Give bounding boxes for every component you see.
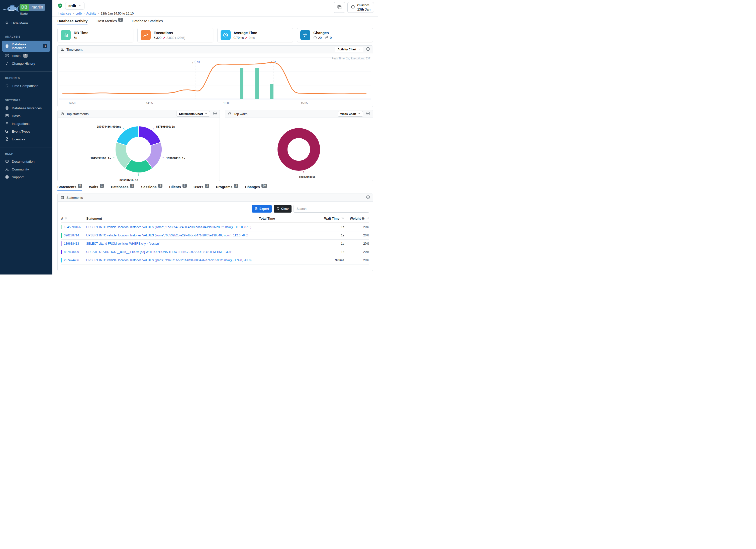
column-header-id[interactable]: # xyxy=(61,217,86,220)
sidebar-section-help: HELPDocumentationCommunitySupport xyxy=(0,147,52,185)
metric-card-changes[interactable]: Changes200 xyxy=(297,28,373,42)
statements-chart-selector[interactable]: Statements Chart xyxy=(176,111,210,117)
change-marker-icon[interactable]: ⇄ xyxy=(192,60,195,64)
sidebar-item-licences[interactable]: Licences xyxy=(2,135,50,143)
breadcrumb-item[interactable]: Instances xyxy=(58,12,71,15)
metric-card-executions[interactable]: Executions6,320↗2,830 (123%) xyxy=(137,28,213,42)
column-header-weight[interactable]: Weight % xyxy=(344,217,369,220)
activity-chart-selector-label: Activity Chart xyxy=(337,48,356,51)
app-root: DB marlin Starter Hide Menu ANALYSISData… xyxy=(0,0,378,275)
sidebar-item-documentation[interactable]: Documentation xyxy=(2,158,50,165)
sidebar-item-event-types[interactable]: Event Types xyxy=(2,128,50,135)
detail-tab-programs[interactable]: Programs2 xyxy=(216,185,238,191)
tab-host-metrics[interactable]: Host Metrics0 xyxy=(97,19,123,25)
sidebar-item-time-comparison[interactable]: Time Comparison xyxy=(2,82,50,89)
detail-tab-statements[interactable]: Statements5 xyxy=(57,185,82,191)
waits-chart-selector[interactable]: Waits Chart xyxy=(338,111,363,117)
collapse-time-spent-button[interactable] xyxy=(366,47,370,52)
statement-id-link[interactable]: 887898099 xyxy=(64,250,79,254)
detail-tab-clients[interactable]: Clients2 xyxy=(169,185,187,191)
time-range-button[interactable]: Custom 13th Jan xyxy=(347,2,374,13)
metric-delta: 2,830 (123%) xyxy=(166,36,185,40)
weight-value: 20% xyxy=(344,242,369,245)
weight-value: 20% xyxy=(344,258,369,262)
executions-bar[interactable] xyxy=(255,68,259,99)
top-statements-donut-chart[interactable]: 887898099: 1s139638413: 1s326238714: 1s1… xyxy=(61,118,216,181)
search-input[interactable] xyxy=(294,205,369,213)
tab-database-activity[interactable]: Database Activity xyxy=(57,19,87,25)
statement-id-link[interactable]: 326238714 xyxy=(64,234,79,237)
sidebar-section-title: SETTINGS xyxy=(0,95,52,104)
metric-card-average-time[interactable]: Average Time0.79ms↗0ms xyxy=(217,28,293,42)
detail-tab-changes[interactable]: Changes20 xyxy=(245,185,267,191)
calendar-icon xyxy=(325,36,329,40)
donut-slice[interactable] xyxy=(282,133,315,166)
statement-color-chip xyxy=(61,250,62,254)
donut-slice[interactable] xyxy=(116,126,138,146)
sidebar-item-label: Database Instances xyxy=(12,106,42,110)
statement-text-link[interactable]: UPSERT INTO vehicle_location_histories V… xyxy=(86,258,259,262)
sidebar-item-change-history[interactable]: Change History xyxy=(2,60,50,67)
sidebar-item-label: Database Instances xyxy=(12,42,40,50)
sidebar-item-community[interactable]: Community xyxy=(2,165,50,173)
column-header-statement[interactable]: Statement xyxy=(86,217,259,220)
detail-tab-waits[interactable]: Waits1 xyxy=(89,185,104,191)
statement-color-chip xyxy=(61,258,62,262)
sidebar-item-integrations[interactable]: Integrations xyxy=(2,120,50,127)
instance-selector[interactable]: crdb xyxy=(65,2,84,10)
sidebar-item-hosts[interactable]: Hosts0 xyxy=(2,52,50,59)
breadcrumb-separator: › xyxy=(73,12,74,15)
column-header-total-time[interactable]: Total Time xyxy=(259,217,294,220)
clock-icon xyxy=(223,32,228,38)
statement-id-link[interactable]: 139638413 xyxy=(64,242,79,245)
donut-slice[interactable] xyxy=(139,126,161,146)
sidebar-section-title: REPORTS xyxy=(0,72,52,82)
hide-menu-button[interactable]: Hide Menu xyxy=(0,17,52,30)
db-time-line[interactable] xyxy=(63,62,366,93)
collapse-top-waits-button[interactable] xyxy=(366,111,370,116)
clear-button[interactable]: Clear xyxy=(274,205,292,213)
sidebar-item-badge: 0 xyxy=(23,54,28,58)
metric-card-title: DB Time xyxy=(74,31,88,35)
executions-bar[interactable] xyxy=(240,68,243,99)
activity-chart-selector[interactable]: Activity Chart xyxy=(335,47,363,52)
sidebar-item-hosts[interactable]: Hosts xyxy=(2,112,50,120)
executions-bar[interactable] xyxy=(270,84,273,99)
licence-icon xyxy=(5,137,9,141)
detail-tab-badge: 5 xyxy=(78,184,82,188)
sidebar-item-database-instances[interactable]: Database Instances1 xyxy=(2,41,50,52)
export-button[interactable]: Export xyxy=(252,205,272,213)
breadcrumb-item[interactable]: Activity xyxy=(86,12,96,15)
collapse-top-statements-button[interactable] xyxy=(213,111,217,116)
logo-marlin: marlin xyxy=(29,4,45,11)
statement-id-link[interactable]: 287474436 xyxy=(64,258,79,262)
copy-link-button[interactable] xyxy=(334,2,345,13)
detail-tab-sessions[interactable]: Sessions2 xyxy=(141,185,162,191)
tab-database-statistics[interactable]: Database Statistics xyxy=(132,19,163,25)
statement-text-link[interactable]: UPSERT INTO vehicle_location_histories V… xyxy=(86,225,259,229)
column-header-wait-time[interactable]: Wait Time xyxy=(294,217,344,220)
swap-icon xyxy=(303,32,308,38)
detail-tab-users[interactable]: Users2 xyxy=(194,185,209,191)
sidebar-item-database-instances[interactable]: Database Instances xyxy=(2,104,50,112)
clear-label: Clear xyxy=(281,207,289,211)
metric-card-db-time[interactable]: DB Time5s xyxy=(57,28,133,42)
top-waits-donut-chart[interactable]: executing: 5s xyxy=(228,118,370,181)
statement-text-link[interactable]: SELECT city, id FROM vehicles WHERE city… xyxy=(86,242,259,245)
app-logo[interactable]: DB marlin Starter xyxy=(0,0,52,17)
collapse-statements-button[interactable] xyxy=(366,195,370,200)
sidebar-section-settings: SETTINGSDatabase InstancesHostsIntegrati… xyxy=(0,94,52,147)
detail-tab-databases[interactable]: Databases1 xyxy=(111,185,134,191)
time-spent-chart[interactable]: ⇄18⇄2Peak Time: 2s, Executions: 83714:50… xyxy=(58,53,373,106)
minus-circle-icon xyxy=(366,111,370,116)
sidebar-item-support[interactable]: Support xyxy=(2,173,50,181)
minus-circle-icon xyxy=(366,47,370,52)
statement-text-link[interactable]: UPSERT INTO vehicle_location_histories V… xyxy=(86,234,259,237)
detail-tab-label: Programs xyxy=(216,185,232,189)
logo-tier: Starter xyxy=(20,12,45,15)
sidebar-item-label: Community xyxy=(12,167,29,171)
minus-circle-icon xyxy=(213,111,217,116)
statement-id-link[interactable]: 1845898166 xyxy=(64,225,81,229)
statement-text-link[interactable]: CREATE STATISTICS __auto__ FROM [63] WIT… xyxy=(86,250,259,254)
breadcrumb-item[interactable]: crdb xyxy=(76,12,82,15)
